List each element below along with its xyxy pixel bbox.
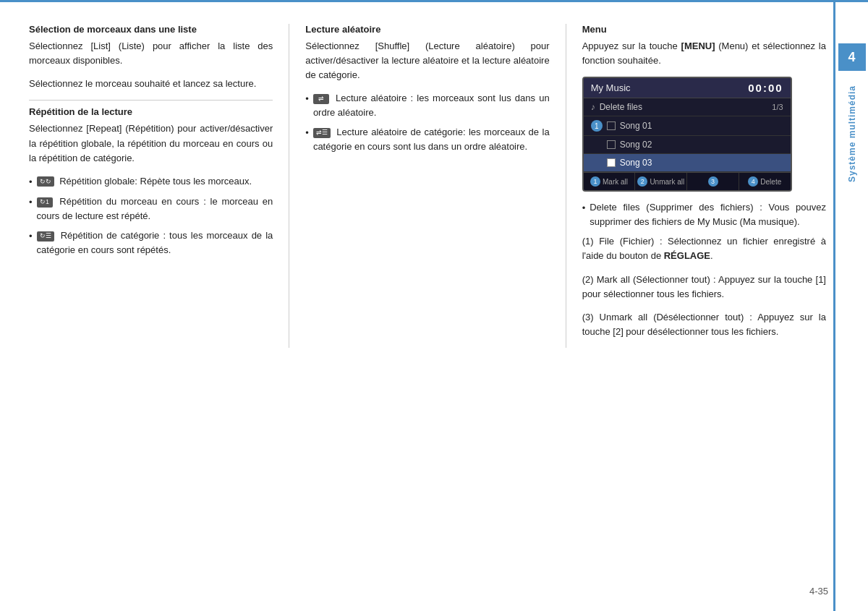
bullet-dot-2: • xyxy=(29,195,33,210)
circle-btn-4: 4 xyxy=(748,176,758,187)
shuffle-cat-icon: ⇌☰ xyxy=(313,128,331,138)
column-1: Sélection de morceaux dans une liste Sél… xyxy=(29,24,286,348)
unmark-all-label: Unmark all xyxy=(650,178,684,186)
right-sidebar: 4 Système multimédia xyxy=(833,0,868,611)
section-menu-title: Menu xyxy=(582,24,826,35)
circle-btn-1: 1 xyxy=(590,176,600,187)
checkbox-song3[interactable] xyxy=(607,158,616,167)
section-shuffle-title: Lecture aléatoire xyxy=(305,24,549,35)
screen-bottom-bar: 1 Mark all 2 Unmark all 3 4 Delete xyxy=(584,172,791,190)
bullet-dot-1: • xyxy=(29,175,33,189)
screen-row-delete: ♪ Delete files 1/3 xyxy=(584,98,791,116)
column-2: Lecture aléatoire Sélectionnez [Shuffle]… xyxy=(292,24,562,348)
bullet-shuffle-2: • ⇌☰ Lecture aléatoire de catégorie: les… xyxy=(305,125,549,153)
section-shuffle-para1: Sélectionnez [Shuffle] (Lecture aléatoir… xyxy=(305,39,549,82)
screen-row-song1: 1 Song 01 xyxy=(584,116,791,136)
screen-ui: My Music 00:00 ♪ Delete files 1/3 1 Song… xyxy=(582,77,792,192)
song3-label: Song 03 xyxy=(620,158,652,168)
bullet-dot-3: • xyxy=(29,229,33,244)
column-3: Menu Appuyez sur la touche [MENU] (Menu)… xyxy=(569,24,839,348)
bullet-delete: • Delete files (Supprimer des fichiers) … xyxy=(582,200,826,228)
page-number: 4-35 xyxy=(809,586,828,597)
bullet-dot-d: • xyxy=(582,201,586,215)
checkbox-song1[interactable] xyxy=(607,121,616,130)
bottom-mark-all[interactable]: 1 Mark all xyxy=(584,173,636,190)
numbered-item-1: (1) File (Fichier) : Sélectionnez un fic… xyxy=(582,234,826,263)
circle-btn-2: 2 xyxy=(637,176,647,187)
section-menu-para: Appuyez sur la touche [MENU] (Menu) et s… xyxy=(582,39,826,68)
page-indicator: 1/3 xyxy=(772,103,783,111)
divider-1 xyxy=(29,100,273,101)
circle-btn-3: 3 xyxy=(708,176,718,187)
bottom-delete[interactable]: 4 Delete xyxy=(739,173,791,190)
repeat-all-icon: ↻↻ xyxy=(37,176,54,187)
section-repetition-title: Répétition de la lecture xyxy=(29,106,273,117)
bullet-dot-s1: • xyxy=(305,92,309,106)
shuffle-icon: ⇌ xyxy=(313,94,329,104)
bullet-repetition-1: • ↻↻ Répétition globale: Répète tous les… xyxy=(29,174,273,189)
bullet-repetition-2: • ↻1 Répétition du morceau en cours : le… xyxy=(29,195,273,223)
sidebar-label: Système multimédia xyxy=(847,85,857,182)
bullet-repetition-3: • ↻☰ Répétition de catégorie : tous les … xyxy=(29,228,273,257)
sidebar-number: 4 xyxy=(838,43,866,71)
bottom-unmark-all[interactable]: 2 Unmark all xyxy=(635,173,687,190)
screen-header: My Music 00:00 xyxy=(584,78,791,98)
delete-files-label: Delete files xyxy=(600,102,642,112)
note-icon: ♪ xyxy=(591,102,595,112)
mark-all-label: Mark all xyxy=(603,178,628,186)
numbered-item-2: (2) Mark all (Sélectionner tout) : Appuy… xyxy=(582,273,826,302)
bullet-dot-s2: • xyxy=(305,126,309,140)
section-repetition-para1: Sélectionnez [Repeat] (Répétition) pour … xyxy=(29,121,273,165)
screen-title: My Music xyxy=(591,82,631,93)
col-divider-2 xyxy=(566,24,566,348)
song2-label: Song 02 xyxy=(620,140,652,150)
song1-label: Song 01 xyxy=(620,121,652,131)
repeat-cat-icon: ↻☰ xyxy=(37,231,54,242)
repeat-one-icon: ↻1 xyxy=(37,197,53,208)
section-selection-para2: Sélectionnez le morceau souhaité et lanc… xyxy=(29,77,273,91)
bullet-shuffle-1: • ⇌ Lecture aléatoire : les morceaux son… xyxy=(305,91,549,119)
circle-1: 1 xyxy=(591,120,603,132)
delete-files-desc: Delete files (Supprimer des fichiers) : … xyxy=(590,200,826,228)
section-selection-para1: Sélectionnez [List] (Liste) pour affiche… xyxy=(29,39,273,68)
delete-label: Delete xyxy=(760,178,781,186)
screen-row-song3: Song 03 xyxy=(584,154,791,172)
section-selection-title: Sélection de morceaux dans une liste xyxy=(29,24,273,35)
col-divider-1 xyxy=(289,24,289,348)
numbered-item-3: (3) Unmark all (Désélectionner tout) : A… xyxy=(582,310,826,339)
page-content: Sélection de morceaux dans une liste Sél… xyxy=(0,2,868,369)
checkbox-song2[interactable] xyxy=(607,140,616,149)
screen-row-song2: Song 02 xyxy=(584,136,791,154)
screen-time: 00:00 xyxy=(748,82,783,94)
bottom-empty: 3 xyxy=(687,173,739,190)
